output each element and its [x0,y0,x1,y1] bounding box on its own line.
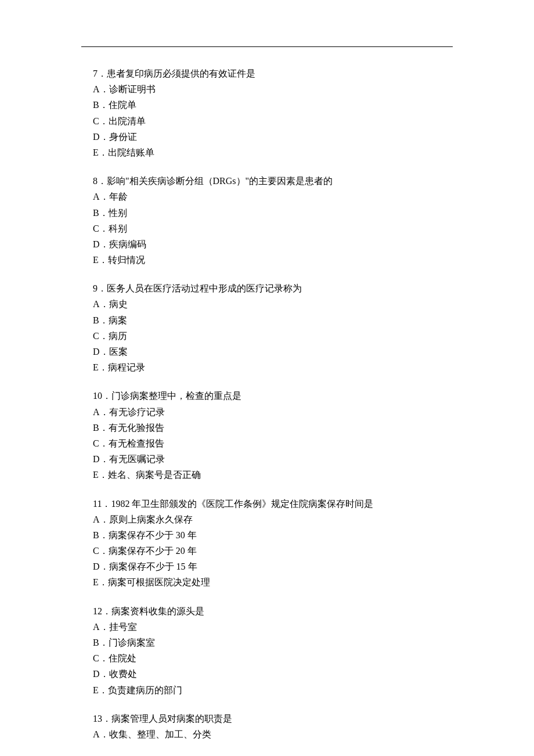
question-option: C．出院清单 [93,113,441,129]
question-block: 9．医务人员在医疗活动过程中形成的医疗记录称为A．病史B．病案C．病历D．医案E… [93,280,441,375]
question-option: B．病案保存不少于 30 年 [93,527,441,543]
question-option: B．住院单 [93,97,441,113]
question-option: B．有无化验报告 [93,420,441,435]
question-option: C．有无检查报告 [93,435,441,451]
question-stem: 13．病案管理人员对病案的职责是 [93,711,441,726]
question-block: 13．病案管理人员对病案的职责是A．收集、整理、加工、分类 [93,711,441,742]
question-option: A．年龄 [93,189,441,204]
question-block: 11．1982 年卫生部颁发的《医院工作条例》规定住院病案保存时间是A．原则上病… [93,496,441,591]
question-option: B．病案 [93,312,441,328]
question-option: D．有无医嘱记录 [93,451,441,467]
question-stem: 11．1982 年卫生部颁发的《医院工作条例》规定住院病案保存时间是 [93,496,441,512]
question-option: A．病史 [93,296,441,312]
question-option: B．性别 [93,205,441,221]
question-option: D．疾病编码 [93,236,441,252]
question-option: D．身份证 [93,129,441,145]
question-block: 10．门诊病案整理中，检查的重点是A．有无诊疗记录B．有无化验报告C．有无检查报… [93,388,441,483]
question-option: E．病程记录 [93,359,441,375]
question-block: 7．患者复印病历必须提供的有效证件是A．诊断证明书B．住院单C．出院清单D．身份… [93,66,441,160]
question-option: C．病历 [93,328,441,344]
question-option: C．住院处 [93,650,441,666]
question-stem: 8．影响"相关疾病诊断分组（DRGs）"的主要因素是患者的 [93,173,441,189]
page-top-rule [81,46,453,47]
question-stem: 12．病案资料收集的源头是 [93,603,441,619]
question-option: B．门诊病案室 [93,635,441,650]
question-option: A．收集、整理、加工、分类 [93,726,441,742]
question-option: C．病案保存不少于 20 年 [93,543,441,559]
question-stem: 7．患者复印病历必须提供的有效证件是 [93,66,441,81]
question-option: C．科别 [93,221,441,236]
question-option: E．转归情况 [93,252,441,268]
question-option: A．挂号室 [93,619,441,635]
question-option: A．原则上病案永久保存 [93,512,441,527]
question-option: A．诊断证明书 [93,81,441,97]
question-option: E．出院结账单 [93,145,441,160]
question-option: A．有无诊疗记录 [93,404,441,420]
question-block: 8．影响"相关疾病诊断分组（DRGs）"的主要因素是患者的A．年龄B．性别C．科… [93,173,441,268]
question-stem: 10．门诊病案整理中，检查的重点是 [93,388,441,404]
question-option: D．医案 [93,344,441,359]
question-option: E．姓名、病案号是否正确 [93,467,441,483]
questions-container: 7．患者复印病历必须提供的有效证件是A．诊断证明书B．住院单C．出院清单D．身份… [93,66,441,742]
question-stem: 9．医务人员在医疗活动过程中形成的医疗记录称为 [93,280,441,296]
question-option: E．负责建病历的部门 [93,682,441,698]
question-option: D．收费处 [93,666,441,682]
question-block: 12．病案资料收集的源头是A．挂号室B．门诊病案室C．住院处D．收费处E．负责建… [93,603,441,698]
question-option: E．病案可根据医院决定处理 [93,574,441,590]
question-option: D．病案保存不少于 15 年 [93,559,441,574]
